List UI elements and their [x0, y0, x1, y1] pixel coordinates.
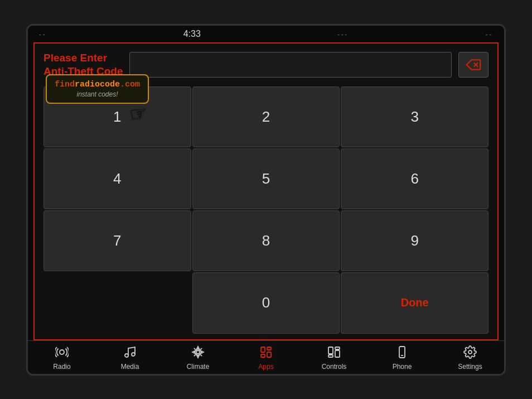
apps-label: Apps [258, 363, 273, 371]
svg-rect-8 [267, 352, 271, 357]
radio-icon [55, 345, 69, 361]
key-5[interactable]: 5 [192, 148, 340, 209]
key-4[interactable]: 4 [43, 148, 191, 209]
nav-controls[interactable]: Controls [312, 345, 356, 371]
key-3[interactable]: 3 [341, 86, 489, 147]
watermark-tagline: instant codes! [55, 90, 140, 98]
svg-rect-14 [399, 347, 405, 358]
key-7[interactable]: 7 [43, 210, 191, 271]
car-screen: -- 4:33 --- -- findradiocode.com instant… [26, 24, 506, 376]
main-content: findradiocode.com instant codes! ☞ Pleas… [33, 42, 499, 340]
settings-icon [463, 345, 477, 361]
key-2[interactable]: 2 [192, 86, 340, 147]
apps-icon [259, 345, 273, 361]
phone-label: Phone [393, 363, 412, 371]
music-icon [123, 345, 137, 361]
key-done[interactable]: Done [341, 272, 489, 333]
settings-label: Settings [458, 363, 482, 371]
nav-phone[interactable]: Phone [380, 345, 424, 371]
svg-point-16 [468, 350, 472, 354]
svg-rect-12 [335, 347, 340, 349]
nav-media[interactable]: Media [108, 345, 152, 371]
controls-label: Controls [322, 363, 347, 371]
key-empty [43, 272, 191, 333]
watermark-overlay: findradiocode.com instant codes! [46, 74, 149, 104]
svg-rect-13 [335, 350, 340, 357]
svg-rect-10 [328, 347, 333, 354]
status-bar: -- 4:33 --- -- [28, 26, 504, 42]
svg-rect-11 [328, 355, 333, 357]
svg-rect-6 [261, 347, 265, 352]
nav-climate[interactable]: Climate [176, 345, 220, 371]
nav-apps[interactable]: Apps [244, 345, 288, 371]
key-6[interactable]: 6 [341, 148, 489, 209]
code-input[interactable] [129, 52, 452, 78]
svg-point-4 [132, 353, 135, 356]
svg-rect-7 [267, 347, 271, 350]
climate-label: Climate [187, 363, 210, 371]
svg-point-5 [196, 350, 200, 354]
backspace-icon [466, 57, 481, 73]
climate-icon [191, 345, 205, 361]
watermark-site: findradiocode.com [55, 80, 140, 89]
svg-point-2 [60, 350, 64, 354]
svg-rect-9 [261, 354, 265, 357]
phone-icon [395, 345, 409, 361]
key-8[interactable]: 8 [192, 210, 340, 271]
status-right: --- [337, 31, 349, 37]
bottom-nav: Radio Media [28, 340, 504, 374]
media-label: Media [121, 363, 139, 371]
keypad: 1 2 3 4 5 6 7 8 9 0 Done [35, 84, 497, 339]
key-9[interactable]: 9 [341, 210, 489, 271]
backspace-button[interactable] [458, 52, 489, 78]
nav-radio[interactable]: Radio [40, 345, 84, 371]
status-far-right: -- [486, 31, 493, 37]
svg-point-3 [125, 354, 128, 357]
status-left: -- [39, 31, 46, 37]
nav-settings[interactable]: Settings [448, 345, 492, 371]
key-0[interactable]: 0 [192, 272, 340, 333]
radio-label: Radio [53, 363, 70, 371]
clock: 4:33 [183, 29, 201, 39]
controls-icon [327, 345, 341, 361]
